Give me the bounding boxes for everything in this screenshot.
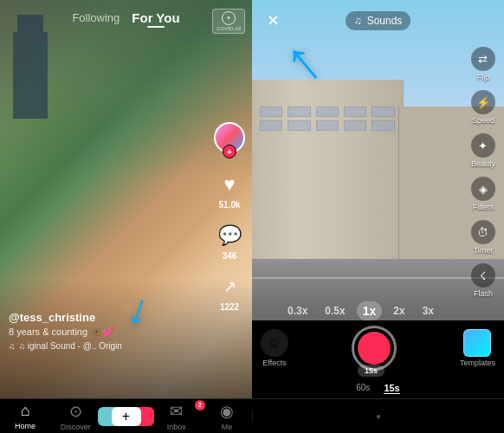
nav-me[interactable]: ◉ Me bbox=[202, 402, 252, 431]
record-area: 15s bbox=[352, 326, 397, 371]
following-tab[interactable]: Following bbox=[72, 11, 120, 24]
add-button[interactable]: + bbox=[112, 407, 141, 426]
post-info: @tess_christine 8 years & counting 🦋💕 ♫ … bbox=[9, 311, 204, 351]
timer-15s[interactable]: 15s bbox=[384, 383, 399, 394]
nav-inbox[interactable]: ✉ Inbox 2 bbox=[152, 402, 202, 431]
share-icon: ↗ bbox=[216, 273, 243, 301]
post-description: 8 years & counting 🦋💕 bbox=[9, 326, 204, 338]
camera-bottom-bar: ☺ Effects 15s Templates 60s 1 bbox=[252, 320, 504, 398]
music-note-icon: ♫ bbox=[9, 341, 16, 351]
flash-label: Flash bbox=[474, 289, 493, 298]
zoom-3x[interactable]: 3x bbox=[417, 302, 440, 320]
main-building bbox=[252, 80, 404, 259]
record-button[interactable]: 15s bbox=[352, 326, 397, 371]
timer-tool[interactable]: ⏱ Timer bbox=[469, 216, 497, 258]
zoom-05x[interactable]: 0.5x bbox=[319, 302, 351, 320]
zoom-1x[interactable]: 1x bbox=[357, 301, 383, 320]
inbox-label: Inbox bbox=[167, 423, 186, 431]
sound-info[interactable]: ♫ ♫ iginal Sound - @.. Origin bbox=[9, 341, 204, 351]
effects-button[interactable]: ☺ Effects bbox=[261, 329, 288, 367]
sounds-selector[interactable]: ♫ Sounds bbox=[346, 11, 411, 30]
left-nav: ⌂ Home ⊙ Discover + ✉ Inbox 2 ◉ Me bbox=[0, 402, 252, 431]
share-count: 1222 bbox=[220, 302, 239, 312]
zoom-controls: 0.3x 0.5x 1x 2x 3x bbox=[252, 301, 469, 320]
filters-icon: ◈ bbox=[471, 177, 495, 201]
home-icon: ⌂ bbox=[21, 402, 30, 420]
like-count: 51.0k bbox=[218, 200, 240, 210]
filters-label: Filters bbox=[473, 203, 494, 211]
building-decoration bbox=[13, 32, 48, 119]
nav-discover[interactable]: ⊙ Discover bbox=[50, 402, 100, 431]
username[interactable]: @tess_christine bbox=[9, 311, 204, 324]
flip-tool[interactable]: ⇄ Flip bbox=[469, 43, 497, 85]
sound-text: ♫ iginal Sound - @.. Origin bbox=[19, 341, 122, 351]
speed-tool[interactable]: ⚡ Speed bbox=[469, 87, 497, 128]
inbox-icon: ✉ bbox=[170, 402, 183, 421]
comment-action[interactable]: 💬 346 bbox=[216, 222, 243, 261]
templates-button[interactable]: Templates bbox=[460, 329, 495, 367]
feed-header: Following For You COVID-19 bbox=[0, 0, 252, 32]
templates-thumbnail bbox=[463, 329, 491, 357]
right-nav-placeholder: ● bbox=[376, 411, 381, 421]
home-label: Home bbox=[15, 422, 36, 430]
discover-label: Discover bbox=[61, 423, 91, 431]
speed-label: Speed bbox=[472, 116, 494, 125]
nav-home[interactable]: ⌂ Home bbox=[0, 402, 50, 430]
discover-icon: ⊙ bbox=[69, 402, 82, 421]
heart-icon: ♥ bbox=[216, 171, 243, 198]
record-inner: 15s bbox=[358, 332, 391, 365]
zoom-2x[interactable]: 2x bbox=[387, 302, 410, 320]
inbox-badge: 2 bbox=[195, 400, 205, 410]
windows bbox=[260, 107, 395, 131]
timer-label: Timer bbox=[474, 246, 494, 255]
foryou-tab[interactable]: For You bbox=[132, 10, 179, 25]
bottom-navigation: ⌂ Home ⊙ Discover + ✉ Inbox 2 ◉ Me ● bbox=[0, 398, 504, 433]
right-nav: ● bbox=[252, 411, 504, 421]
share-action[interactable]: ↗ 1222 bbox=[216, 273, 243, 312]
buildings-overlay bbox=[252, 80, 504, 259]
action-sidebar: + ♥ 51.0k 💬 346 ↗ 1222 bbox=[214, 122, 245, 312]
beauty-icon: ✦ bbox=[471, 133, 495, 158]
beauty-label: Beauty bbox=[471, 159, 495, 168]
timer-options: 60s 15s bbox=[356, 383, 399, 394]
sounds-label: Sounds bbox=[367, 15, 403, 27]
comment-count: 346 bbox=[223, 251, 237, 261]
zoom-03x[interactable]: 0.3x bbox=[281, 302, 313, 320]
timer-60s[interactable]: 60s bbox=[356, 383, 370, 394]
nav-add[interactable]: + bbox=[100, 407, 151, 426]
follow-button[interactable]: + bbox=[223, 145, 236, 158]
me-label: Me bbox=[222, 423, 233, 431]
comment-icon: 💬 bbox=[216, 222, 243, 249]
flash-tool[interactable]: ☇ Flash bbox=[469, 260, 497, 301]
templates-label: Templates bbox=[460, 359, 495, 367]
flip-icon: ⇄ bbox=[471, 47, 495, 71]
camera-controls-row: ☺ Effects 15s Templates bbox=[252, 326, 504, 371]
covid-badge[interactable]: COVID-19 bbox=[212, 9, 245, 34]
beauty-tool[interactable]: ✦ Beauty bbox=[469, 130, 497, 171]
feed-panel: Following For You COVID-19 + ♥ 51.0k 💬 3… bbox=[0, 0, 252, 398]
like-action[interactable]: ♥ 51.0k bbox=[216, 171, 243, 210]
sound-note-icon: ♫ bbox=[354, 15, 362, 27]
speed-icon: ⚡ bbox=[471, 90, 495, 114]
timer-icon: ⏱ bbox=[471, 220, 495, 244]
flip-label: Flip bbox=[477, 73, 490, 81]
covid-label: COVID-19 bbox=[216, 26, 241, 31]
close-button[interactable]: ✕ bbox=[261, 9, 285, 33]
filters-tool[interactable]: ◈ Filters bbox=[469, 173, 497, 215]
effects-icon: ☺ bbox=[261, 329, 288, 357]
effects-label: Effects bbox=[262, 359, 286, 367]
camera-tools-sidebar: ⇄ Flip ⚡ Speed ✦ Beauty ◈ Filters ⏱ Time… bbox=[469, 43, 497, 301]
me-icon: ◉ bbox=[220, 402, 234, 421]
flash-icon: ☇ bbox=[471, 263, 495, 288]
creator-avatar[interactable]: + bbox=[214, 122, 245, 153]
camera-panel: ✕ ♫ Sounds ⇄ Flip ⚡ Speed ✦ Beauty ◈ bbox=[252, 0, 504, 398]
covid-icon bbox=[222, 11, 236, 25]
recording-timer: 15s bbox=[358, 365, 384, 377]
